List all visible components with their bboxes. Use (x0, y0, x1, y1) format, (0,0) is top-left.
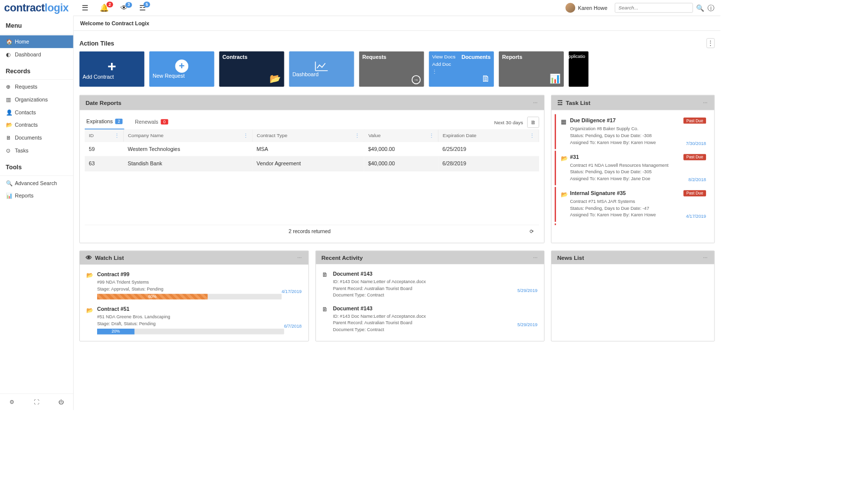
chart-icon (315, 60, 328, 71)
activity-item[interactable]: 🗎 Document #143 ID: #143 Doc Name:Letter… (321, 302, 539, 336)
progress-bar: 20% (97, 329, 284, 335)
sidebar-item-reports[interactable]: 📊Reports (0, 190, 73, 202)
next-30-label: Next 30 days (494, 119, 523, 125)
list-icon[interactable]: ☲5 (139, 3, 146, 12)
column-menu-icon[interactable]: ⋮ (429, 133, 434, 139)
task-title: #31 (570, 154, 683, 160)
task-item[interactable]: 📂 Internal Signature #35 Contract #71 MS… (555, 187, 711, 222)
tile-label: Applicatio (569, 54, 585, 59)
refresh-icon[interactable]: ⟳ (530, 228, 534, 234)
activity-item[interactable]: 🗎 Document #143 ID: #143 Doc Name:Letter… (321, 267, 539, 301)
column-header[interactable]: Company Name⋮ (123, 130, 252, 142)
table-row[interactable]: 59Western TechnologiesMSA$49,000.006/25/… (85, 142, 539, 156)
column-header[interactable]: ID⋮ (85, 130, 123, 142)
watch-item[interactable]: 📂 Contract #99 #99 NDA Trident SystemsSt… (85, 268, 303, 303)
table-row[interactable]: 63Standish BankVendor Agreement$40,000.0… (85, 156, 539, 171)
tile-contracts[interactable]: Contracts 📂 (219, 51, 284, 87)
sidebar-item-label: Home (15, 39, 29, 45)
pastdue-badge: Past Due (683, 190, 706, 196)
sidebar-item-label: Dashboard (15, 51, 41, 57)
hamburger-icon[interactable]: ☰ (82, 3, 88, 12)
sidebar-item-organizations[interactable]: ▥Organizations (0, 93, 73, 106)
activity-date: 5/29/2019 (517, 322, 538, 327)
widget-title: News List (557, 254, 584, 261)
widget-title: Recent Activity (322, 254, 363, 261)
watch-item[interactable]: 📂 Contract #51 #51 NDA Greene Bros. Land… (85, 303, 303, 338)
tab-renewals[interactable]: Renewals 0 (133, 115, 170, 129)
task-item[interactable]: 📂 Approval #48 Past Due (555, 223, 711, 225)
search-input[interactable] (615, 3, 693, 13)
sidebar-item-requests[interactable]: ⊕Requests (0, 81, 73, 94)
tile-new-request[interactable]: + New Request (149, 51, 214, 87)
widget-header[interactable]: News List ⋯ (551, 251, 714, 264)
sidebar-item-icon: 📊 (6, 193, 15, 198)
column-header[interactable]: Value⋮ (364, 130, 438, 142)
widget-header[interactable]: Date Reports ⋯ (80, 96, 544, 110)
sidebar-item-icon: 📂 (6, 122, 15, 128)
sidebar-item-home[interactable]: 🏠Home (0, 35, 73, 48)
sidebar-item-icon: ◐ (6, 51, 15, 57)
sidebar-item-dashboard[interactable]: ◐Dashboard (0, 48, 73, 61)
sidebar: Menu 🏠Home◐Dashboard Records ⊕Requests▥O… (0, 16, 74, 410)
tile-documents[interactable]: View Docs Add Doc ⋮ Documents 🗎 (429, 51, 494, 87)
drag-handle-icon[interactable]: ⋯ (533, 255, 539, 260)
bell-icon[interactable]: 🔔2 (100, 3, 108, 12)
drag-handle-icon[interactable]: ⋯ (533, 100, 539, 105)
tile-application[interactable]: Applicatio (569, 51, 589, 87)
add-doc-link[interactable]: Add Doc (432, 61, 455, 67)
sidebar-item-label: Tasks (15, 147, 29, 153)
sidebar-item-advanced-search[interactable]: 🔍Advanced Search (0, 177, 73, 190)
widget-header[interactable]: Recent Activity ⋯ (316, 251, 544, 264)
sidebar-item-documents[interactable]: 🗎Documents (0, 132, 73, 145)
tiles-more-button[interactable]: ⋮ (706, 38, 715, 48)
sidebar-item-contracts[interactable]: 📂Contracts (0, 119, 73, 132)
column-header[interactable]: Contract Type⋮ (252, 130, 364, 142)
power-icon[interactable]: ⏻ (58, 399, 64, 405)
action-tiles-title: Action Tiles (79, 40, 114, 47)
column-header[interactable]: Expiration Date⋮ (438, 130, 539, 142)
widget-header[interactable]: 👁 Watch List ⋯ (80, 251, 308, 264)
column-menu-icon[interactable]: ⋮ (530, 133, 535, 139)
tile-more-icon[interactable]: ⋮ (432, 69, 455, 75)
table-cell: 6/28/2019 (438, 156, 539, 171)
sidebar-item-contacts[interactable]: 👤Contacts (0, 106, 73, 119)
sidebar-item-icon: 🔍 (6, 180, 15, 186)
task-date: 8/2/2018 (689, 177, 706, 182)
drag-handle-icon[interactable]: ⋯ (703, 100, 708, 105)
user-name[interactable]: Karen Howe (578, 5, 607, 11)
search-icon[interactable]: 🔍 (696, 4, 705, 12)
column-menu-icon[interactable]: ⋮ (243, 133, 248, 139)
eye-icon[interactable]: 👁3 (120, 3, 128, 12)
tile-label: Add Contract (83, 73, 114, 79)
drag-handle-icon[interactable]: ⋯ (297, 255, 303, 260)
column-menu-icon[interactable]: ⋮ (114, 133, 119, 139)
tile-reports[interactable]: Reports 📊 (499, 51, 564, 87)
avatar[interactable] (566, 3, 576, 13)
sidebar-item-tasks[interactable]: ⊙Tasks (0, 144, 73, 157)
export-button[interactable]: 🗎 (527, 117, 539, 128)
gear-icon[interactable]: ⚙ (9, 399, 14, 405)
tile-label: Dashboard (292, 71, 319, 77)
sidebar-item-icon: ⊕ (6, 84, 15, 90)
task-date: 7/30/2018 (686, 141, 706, 146)
tile-add-contract[interactable]: + Add Contract (79, 51, 144, 87)
tab-expirations[interactable]: Expirations 2 (85, 115, 124, 129)
tile-requests[interactable]: Requests → (359, 51, 424, 87)
drag-handle-icon[interactable]: ⋯ (703, 255, 708, 260)
table-cell: 59 (85, 142, 123, 156)
watch-meta: #99 NDA Trident SystemsStage: Approval, … (97, 279, 281, 292)
task-item[interactable]: ▦ Due Diligence #17 Organization #8 Bake… (555, 114, 711, 149)
action-tiles: + Add Contract + New Request Contracts 📂… (79, 51, 714, 87)
expand-icon[interactable]: ⛶ (34, 399, 39, 405)
task-item[interactable]: 📂 #31 Contract #1 NDA Lowell Resources M… (555, 150, 711, 185)
sidebar-tools: 🔍Advanced Search📊Reports (0, 177, 73, 202)
tile-dashboard[interactable]: Dashboard (289, 51, 354, 87)
watch-title: Contract #51 (97, 306, 284, 312)
watch-meta: #51 NDA Greene Bros. LandscapingStage: D… (97, 313, 284, 327)
task-date: 4/17/2019 (686, 213, 706, 218)
column-menu-icon[interactable]: ⋮ (355, 133, 360, 139)
help-icon[interactable]: ⓘ (707, 3, 714, 12)
task-icon: 📂 (561, 154, 570, 182)
view-docs-link[interactable]: View Docs (432, 54, 455, 60)
widget-header[interactable]: ☲ Task List ⋯ (551, 96, 714, 110)
